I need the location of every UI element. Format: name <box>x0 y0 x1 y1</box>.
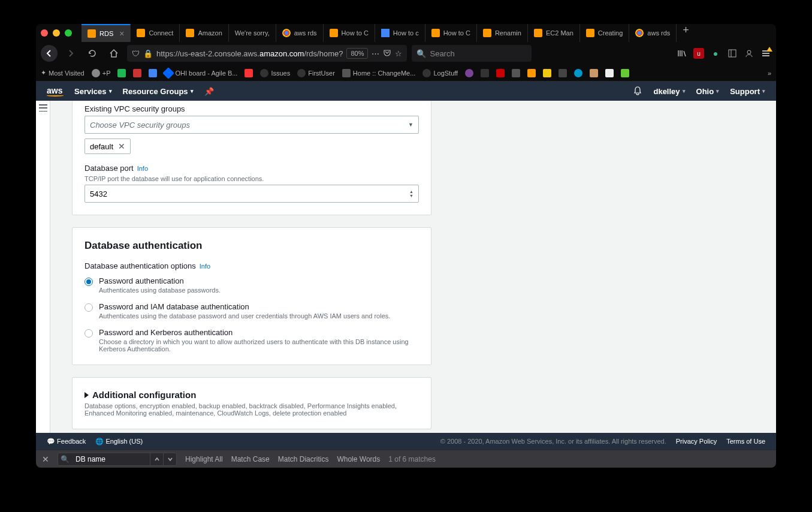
tab-howto-2[interactable]: How to c <box>375 24 425 42</box>
number-spinner[interactable]: ▲▼ <box>409 189 413 198</box>
bookmark-item[interactable] <box>133 69 141 77</box>
tab-renaming[interactable]: Renamin <box>477 24 528 42</box>
additional-config-toggle[interactable]: Additional configuration <box>84 390 419 400</box>
bookmark-firstuser[interactable]: FirstUser <box>297 69 335 77</box>
bookmark-issues[interactable]: Issues <box>260 69 290 77</box>
radio-button[interactable] <box>84 303 93 312</box>
bookmark-item[interactable] <box>590 69 598 77</box>
tab-aws-rds-1[interactable]: aws rds <box>276 24 324 42</box>
navigation-toolbar: 🛡 🔒 https://us-east-2.console.aws.amazon… <box>36 42 776 65</box>
tab-aws-rds-2[interactable]: aws rds <box>629 24 677 42</box>
region-menu[interactable]: Ohio▾ <box>696 87 720 96</box>
pin-button[interactable]: 📌 <box>204 87 214 96</box>
ellipsis-icon[interactable]: ⋯ <box>372 49 379 58</box>
info-link[interactable]: Info <box>200 263 210 270</box>
privacy-link[interactable]: Privacy Policy <box>676 438 717 445</box>
radio-button[interactable] <box>84 278 93 286</box>
match-diacritics-toggle[interactable]: Match Diacritics <box>278 455 329 463</box>
forward-button[interactable] <box>62 45 79 62</box>
google-favicon-icon <box>635 29 644 37</box>
zoom-badge[interactable]: 80% <box>346 48 368 59</box>
auth-option-password[interactable]: Password authentication Authenticates us… <box>84 276 419 294</box>
find-input[interactable] <box>72 455 150 463</box>
bookmark-item[interactable] <box>559 69 567 77</box>
user-menu[interactable]: dkelley▾ <box>653 87 685 96</box>
language-link[interactable]: 🌐 English (US) <box>95 438 143 445</box>
support-menu[interactable]: Support▾ <box>730 87 765 96</box>
highlight-all-toggle[interactable]: Highlight All <box>185 455 223 463</box>
remove-tag-icon[interactable]: ✕ <box>118 141 125 151</box>
terms-link[interactable]: Terms of Use <box>726 438 765 445</box>
bookmark-item[interactable] <box>621 69 629 77</box>
star-icon[interactable]: ☆ <box>395 49 402 58</box>
tab-amazon[interactable]: Amazon <box>180 24 228 42</box>
close-findbar-button[interactable]: ✕ <box>42 454 49 464</box>
maximize-window-button[interactable] <box>65 29 72 37</box>
close-tab-icon[interactable]: × <box>119 29 124 38</box>
tab-connect[interactable]: Connect <box>131 24 180 42</box>
bookmark-item[interactable] <box>543 69 551 77</box>
find-bar: ✕ 🔍 Highlight All Match Case Match Diacr… <box>36 450 776 468</box>
match-case-toggle[interactable]: Match Case <box>231 455 270 463</box>
reload-button[interactable] <box>84 45 101 62</box>
aws-favicon-icon <box>87 29 96 38</box>
minimize-window-button[interactable] <box>53 29 60 37</box>
bookmark-bar: ✦Most Visited +P OHI board - Agile B... … <box>36 65 776 82</box>
vpc-security-groups-select[interactable]: Choose VPC security groups <box>84 116 419 134</box>
tab-howto-1[interactable]: How to C <box>324 24 375 42</box>
tab-sorry[interactable]: We're sorry, <box>229 24 276 42</box>
bookmark-item[interactable] <box>481 69 489 77</box>
aws-favicon-icon <box>330 29 338 37</box>
account-icon[interactable] <box>744 48 754 59</box>
bookmark-item[interactable] <box>496 69 505 77</box>
bookmark-most-visited[interactable]: ✦Most Visited <box>41 69 84 77</box>
close-window-button[interactable] <box>41 29 48 37</box>
bookmark-plus-p[interactable]: +P <box>92 69 111 77</box>
bookmark-item[interactable] <box>605 69 614 77</box>
find-next-button[interactable] <box>163 453 176 465</box>
menu-button[interactable] <box>760 48 771 59</box>
bookmark-item[interactable] <box>117 69 126 77</box>
auth-option-iam[interactable]: Password and IAM database authentication… <box>84 302 419 320</box>
tab-howto-3[interactable]: How to C <box>425 24 477 42</box>
url-bar[interactable]: 🛡 🔒 https://us-east-2.console.aws.amazon… <box>127 45 407 62</box>
search-bar[interactable]: 🔍 Search <box>412 45 532 62</box>
extension-icon[interactable]: ● <box>710 48 721 59</box>
tab-ec2[interactable]: EC2 Man <box>528 24 580 42</box>
bookmark-item[interactable] <box>574 69 582 77</box>
bookmark-home[interactable]: Home :: ChangeMe... <box>342 69 416 77</box>
notifications-button[interactable] <box>633 86 642 97</box>
aws-logo[interactable]: aws <box>47 86 64 97</box>
ublock-icon[interactable]: u <box>693 48 704 59</box>
bookmark-item[interactable] <box>465 69 473 77</box>
sidebar-toggle[interactable] <box>36 101 50 433</box>
sidebar-icon[interactable] <box>727 48 738 59</box>
tab-creating[interactable]: Creating <box>580 24 630 42</box>
services-menu[interactable]: Services▾ <box>74 87 112 96</box>
new-tab-button[interactable]: + <box>677 24 695 42</box>
resource-groups-menu[interactable]: Resource Groups▾ <box>123 87 194 96</box>
whole-words-toggle[interactable]: Whole Words <box>337 455 380 463</box>
library-icon[interactable] <box>677 48 687 59</box>
window-controls <box>41 29 72 37</box>
pocket-icon[interactable] <box>383 49 391 59</box>
feedback-link[interactable]: 💬 Feedback <box>47 438 86 445</box>
bookmark-item[interactable] <box>244 69 253 77</box>
bookmark-item[interactable] <box>512 69 520 77</box>
back-button[interactable] <box>41 45 58 62</box>
chevron-down-icon: ▾ <box>109 88 112 94</box>
radio-button[interactable] <box>84 329 93 338</box>
database-port-input[interactable]: 5432 ▲▼ <box>84 185 419 203</box>
find-prev-button[interactable] <box>150 453 163 465</box>
bookmark-item[interactable] <box>149 69 157 77</box>
auth-option-kerberos[interactable]: Password and Kerberos authentication Cho… <box>84 328 419 353</box>
bookmark-overflow-button[interactable]: » <box>768 70 771 77</box>
find-input-wrapper: 🔍 <box>58 453 177 466</box>
bookmark-logstuff[interactable]: LogStuff <box>422 69 458 77</box>
bookmark-ohi[interactable]: OHI board - Agile B... <box>164 69 237 77</box>
info-link[interactable]: Info <box>137 165 148 172</box>
chevron-down-icon: ▾ <box>683 88 686 94</box>
bookmark-item[interactable] <box>527 69 536 77</box>
tab-rds[interactable]: RDS× <box>81 24 131 42</box>
home-button[interactable] <box>105 45 122 62</box>
